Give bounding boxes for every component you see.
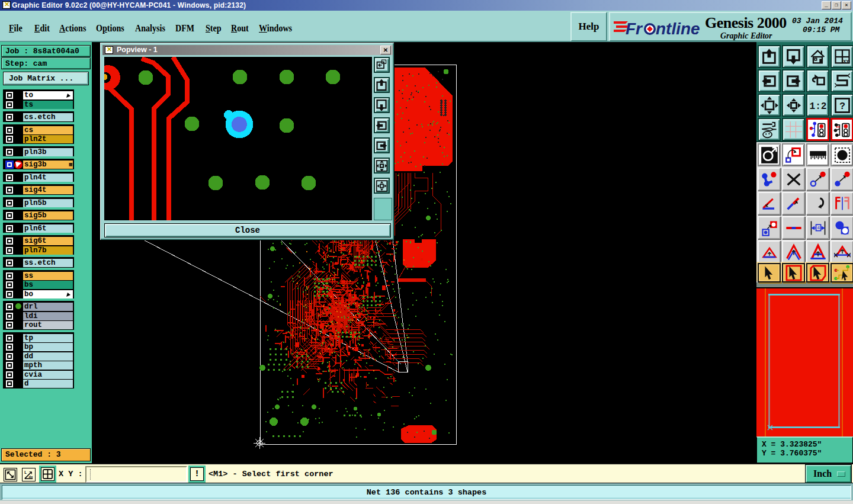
svg-text:L: L <box>24 470 27 475</box>
svg-text:1:2: 1:2 <box>809 101 826 111</box>
svg-text:dx: dx <box>29 475 33 479</box>
svg-text:XY: XY <box>843 59 849 64</box>
svg-text:ntline: ntline <box>656 20 700 38</box>
svg-text:Fr: Fr <box>626 20 643 38</box>
svg-text:?: ? <box>839 101 845 112</box>
svg-text:4: 4 <box>817 225 820 230</box>
